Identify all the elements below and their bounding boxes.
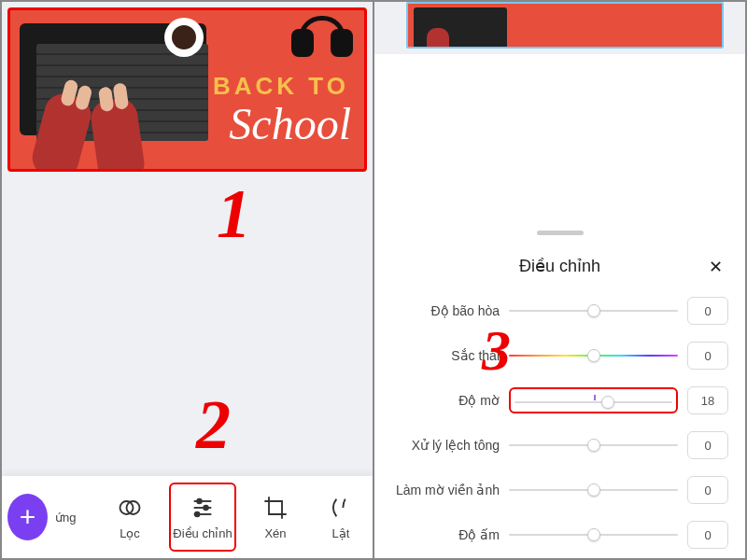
sheet-handle[interactable] (537, 231, 584, 235)
row-warmth: Độ ấm 0 (391, 521, 728, 549)
preview-strip (374, 2, 745, 54)
row-xprocess: Xử lý lệch tông 0 (391, 431, 728, 459)
tool-label: Điều chỉnh (173, 526, 232, 540)
vignette-value[interactable]: 0 (687, 476, 728, 504)
sliders-icon (190, 495, 216, 521)
left-panel: BACK TO School 1 2 + ứng Lọc Điều chỉnh … (2, 2, 374, 558)
tool-filter[interactable]: Lọc (96, 483, 163, 552)
slider-label: Độ ấm (391, 527, 500, 542)
tool-label: Lọc (120, 526, 140, 540)
sheet-title: Điều chỉnh (519, 257, 600, 275)
warmth-value[interactable]: 0 (687, 521, 728, 549)
annotation-1: 1 (217, 179, 251, 248)
sheet-header: Điều chỉnh ✕ (391, 256, 728, 276)
annotation-3: 3 (482, 321, 511, 379)
image-text-line2: School (229, 98, 351, 149)
tool-label: Lật (332, 526, 350, 540)
blur-slider[interactable] (509, 387, 678, 413)
slider-label: Làm mờ viền ảnh (391, 483, 500, 497)
tool-flip[interactable]: Lật (315, 483, 367, 552)
blur-value[interactable]: 18 (687, 386, 728, 414)
canvas-image[interactable]: BACK TO School (7, 7, 367, 172)
xprocess-value[interactable]: 0 (687, 431, 728, 459)
headphones-graphic (289, 12, 355, 57)
bottom-toolbar: + ứng Lọc Điều chỉnh Xén Lật (2, 476, 373, 558)
close-button[interactable]: ✕ (704, 256, 726, 278)
svg-point-5 (204, 505, 208, 510)
overlap-icon (117, 495, 143, 521)
tool-label: ứng (55, 511, 76, 525)
coffee-cup-graphic (164, 18, 204, 57)
svg-point-3 (197, 498, 202, 503)
tool-crop[interactable]: Xén (242, 483, 309, 552)
right-panel: Điều chỉnh ✕ 3 Độ bão hòa 0 Sắc thái 0 Đ… (374, 2, 745, 558)
row-blur: Độ mờ 18 (391, 386, 728, 414)
plus-icon: + (20, 501, 36, 533)
slider-label: Xử lý lệch tông (391, 438, 500, 453)
row-tint: Sắc thái 0 (391, 342, 728, 370)
slider-label: Độ mờ (391, 393, 500, 408)
saturation-value[interactable]: 0 (687, 297, 728, 325)
flip-icon (328, 495, 354, 521)
crop-icon (262, 495, 289, 521)
annotation-2: 2 (196, 390, 231, 459)
vignette-slider[interactable] (509, 482, 678, 498)
tool-label: Xén (264, 526, 286, 540)
warmth-slider[interactable] (509, 526, 678, 543)
preview-image[interactable] (406, 2, 724, 49)
adjust-sheet: Điều chỉnh ✕ 3 Độ bão hòa 0 Sắc thái 0 Đ… (374, 243, 745, 558)
tint-slider[interactable] (509, 347, 678, 364)
add-button[interactable]: + (7, 494, 48, 540)
row-vignette: Làm mờ viền ảnh 0 (391, 476, 728, 504)
close-icon: ✕ (709, 257, 723, 277)
saturation-slider[interactable] (509, 302, 678, 319)
app-screenshot: BACK TO School 1 2 + ứng Lọc Điều chỉnh … (0, 0, 747, 560)
xprocess-slider[interactable] (509, 437, 678, 454)
tool-effects[interactable]: ứng (53, 483, 91, 552)
image-text-line1: BACK TO (213, 72, 349, 101)
tint-value[interactable]: 0 (687, 342, 728, 370)
slider-label: Độ bão hòa (391, 303, 500, 318)
row-saturation: Độ bão hòa 0 (391, 297, 728, 325)
tool-adjust[interactable]: Điều chỉnh (169, 483, 236, 552)
svg-point-7 (195, 511, 200, 516)
